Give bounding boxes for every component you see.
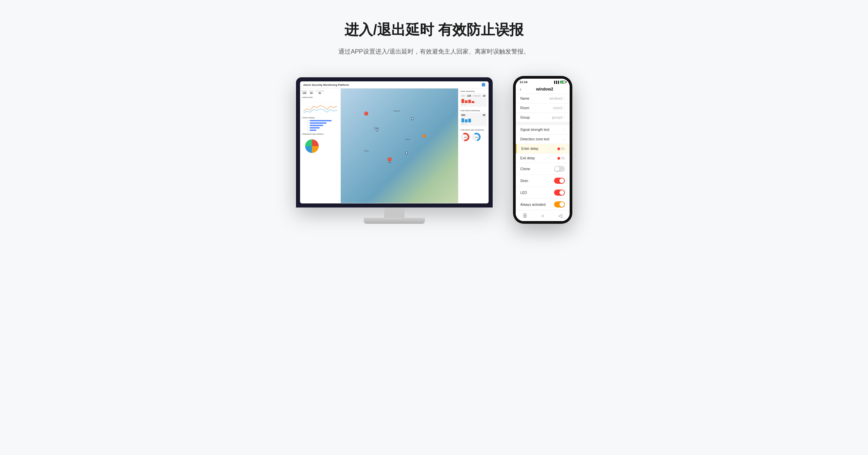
exit-delay-0s: 0s (561, 156, 565, 160)
chime-label: Chime (520, 167, 530, 171)
monitor-neck (384, 207, 405, 218)
sub-bars (461, 117, 486, 122)
host-sub2: 11 (464, 104, 466, 105)
donut-group: 138 184 (460, 132, 487, 142)
enter-delay-row[interactable]: Enter delay 0s (516, 144, 570, 154)
enter-delay-label: Enter delay (521, 147, 539, 151)
group-row[interactable]: Group group2 › (516, 113, 570, 122)
sub-bar-1 (461, 118, 464, 122)
home-nav-icon[interactable]: ○ (541, 213, 544, 218)
alarm-trend-title: ▸ Alarm trend (302, 96, 339, 98)
enter-delay-dot (557, 147, 560, 150)
phone-screen: 11:14 ▐▐▐ ‹ window2 Name (516, 79, 570, 221)
svg-text:India: India (388, 161, 391, 163)
back-arrow-icon[interactable]: ‹ (520, 86, 521, 92)
always-activated-toggle[interactable] (554, 201, 565, 207)
bar-2 (465, 100, 468, 103)
bar-4 (472, 101, 474, 103)
alarms-value: 128 (302, 92, 307, 94)
siren-toggle[interactable] (554, 178, 565, 184)
siren-row[interactable]: Siren (516, 175, 570, 187)
monitor-base (364, 218, 425, 224)
sub-bar-2 (465, 119, 468, 122)
dashboard-right-panel: ▸ Host monitoring online 128 independent… (458, 88, 489, 203)
equipment-type-title: ▸ Equipment type statistics (302, 133, 339, 135)
room-row[interactable]: Room room2 › (516, 103, 570, 113)
sub-independent-value: 89 (483, 114, 486, 116)
online-value: 128 (467, 95, 471, 97)
host-bars (461, 98, 486, 103)
independent-value: 19 (483, 95, 486, 97)
monitor-frame: Alarm Security Monitoring Platform ALARM… (296, 77, 493, 207)
group-label: Group (520, 116, 530, 119)
online-label: online (461, 95, 465, 97)
sub-device-section: ▸ Sub device monitoring 850 89 (460, 110, 487, 126)
always-activated-label: Always activated (520, 203, 546, 206)
menu-icon[interactable]: ☰ (523, 213, 527, 218)
chime-toggle[interactable] (554, 166, 565, 172)
bar-1 (461, 99, 464, 103)
alarm-trend-chart (302, 99, 339, 115)
divider-1 (516, 122, 570, 125)
faults-value: 26 (309, 92, 314, 94)
monitor-screen: Alarm Security Monitoring Platform ALARM… (300, 81, 489, 203)
phone-frame: 11:14 ▐▐▐ ‹ window2 Name (513, 76, 572, 224)
detection-test-chevron: › (564, 137, 565, 141)
led-label: LED (520, 191, 527, 195)
enter-delay-value: 0s (557, 147, 565, 151)
sub-type-section: ▸ Sub device type monitoring 138 (460, 129, 487, 142)
detection-test-row[interactable]: Detection zone test › (516, 135, 570, 144)
processed-value: 81 (316, 92, 324, 94)
room-value: room2 › (553, 106, 565, 110)
info-rows-group: Name window2 › Room room2 › Group group2… (516, 94, 570, 122)
battery-fill (560, 81, 564, 83)
sub-device-sub-stats: 718 33 (461, 123, 486, 125)
sub-bar-3 (468, 119, 471, 122)
exit-delay-row[interactable]: Exit delay 0s (516, 154, 570, 163)
siren-label: Siren (520, 179, 528, 183)
phone-status-bar: 11:14 ▐▐▐ (516, 79, 570, 85)
host-sub-stats: 74 11 (461, 104, 486, 105)
svg-text:184: 184 (475, 136, 478, 138)
faults-stat: FAULTS 26 (309, 90, 314, 94)
home-icon (482, 83, 485, 86)
signal-icon: ▐▐▐ (553, 81, 559, 84)
back-nav-icon[interactable]: ◁ (558, 213, 562, 218)
phone-time: 11:14 (520, 80, 528, 84)
led-row[interactable]: LED (516, 187, 570, 199)
test-rows-group: Signal strength test › Detection zone te… (516, 125, 570, 144)
signal-test-chevron: › (564, 128, 565, 132)
always-activated-row[interactable]: Always activated (516, 199, 570, 211)
svg-text:138: 138 (463, 136, 467, 138)
sub-stat2: 33 (465, 123, 466, 125)
dashboard-header: Alarm Security Monitoring Platform (300, 81, 489, 88)
sub-device-title: ▸ Sub device monitoring (460, 110, 487, 112)
host-monitoring-title: ▸ Host monitoring (460, 90, 487, 92)
sub-device-value: 850 (461, 114, 466, 116)
host-monitoring-section: ▸ Host monitoring online 128 independent… (460, 90, 487, 107)
host-monitoring-card: online 128 independent 19 (460, 93, 487, 107)
devices-container: Alarm Security Monitoring Platform ALARM… (296, 76, 572, 224)
detection-test-label: Detection zone test (520, 137, 550, 141)
svg-text:Africa: Africa (364, 150, 369, 152)
alarm-ranking-chart: A B C D E (302, 120, 339, 131)
monitor-wrapper: Alarm Security Monitoring Platform ALARM… (296, 77, 493, 224)
phone-content: Name window2 › Room room2 › Group group2… (516, 94, 570, 221)
phone-screen-title: window2 (524, 87, 565, 92)
sub-stat1: 718 (461, 123, 464, 125)
chime-row[interactable]: Chime (516, 163, 570, 175)
phone-status-icons: ▐▐▐ (553, 81, 565, 84)
signal-test-row[interactable]: Signal strength test › (516, 125, 570, 135)
name-value: window2 › (549, 97, 565, 100)
signal-test-label: Signal strength test (520, 128, 550, 132)
led-toggle[interactable] (554, 190, 565, 196)
name-row[interactable]: Name window2 › (516, 94, 570, 103)
alarms-stat: ALARMS 128 (302, 90, 307, 94)
svg-text:Russia: Russia (393, 110, 400, 112)
phone-bottom-nav: ☰ ○ ◁ (516, 210, 570, 221)
enter-delay-0s: 0s (561, 147, 565, 151)
exit-delay-label: Exit delay (520, 156, 535, 160)
processed-stat: PROCESSED 81 (316, 90, 324, 94)
sub-type-title: ▸ Sub device type monitoring (460, 129, 487, 131)
group-value: group2 › (552, 116, 565, 119)
